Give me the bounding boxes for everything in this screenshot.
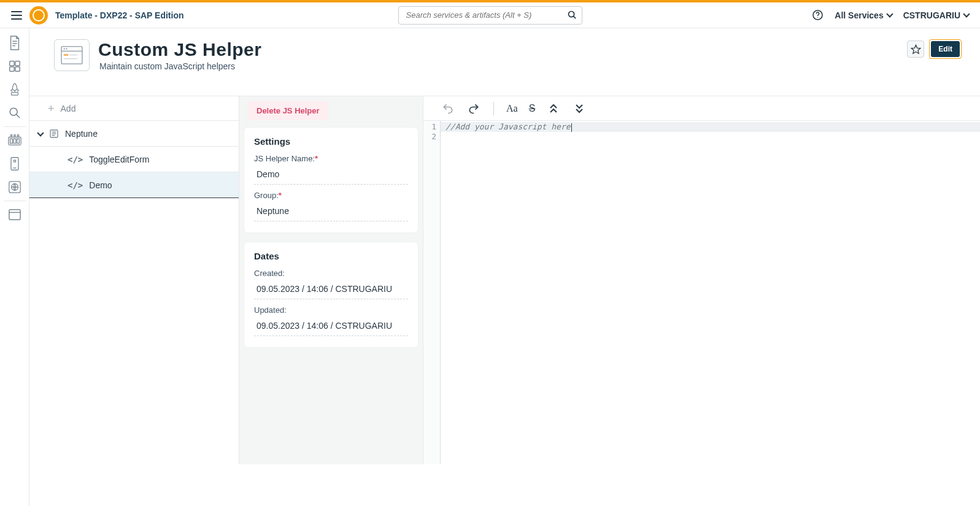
chevron-down-icon	[963, 10, 970, 17]
tree-item-demo[interactable]: </> Demo	[29, 172, 239, 198]
svg-rect-17	[17, 139, 19, 143]
svg-point-19	[14, 134, 15, 136]
line-number: 2	[423, 132, 436, 142]
add-helper-button[interactable]: + Add	[29, 96, 239, 121]
svg-rect-32	[64, 54, 69, 56]
settings-card: Settings JS Helper Name:* Demo Group:* N…	[244, 128, 418, 232]
all-services-label: All Services	[835, 10, 883, 20]
svg-point-20	[17, 134, 19, 136]
item-label: Demo	[89, 180, 112, 190]
dates-card: Dates Created: 09.05.2023 / 14:06 / CSTR…	[244, 242, 418, 347]
code-line	[446, 132, 980, 142]
group-label: Neptune	[65, 129, 98, 139]
toolbar-separator	[493, 102, 494, 115]
svg-rect-9	[9, 67, 14, 71]
details-panel: Delete JS Helper Settings JS Helper Name…	[239, 96, 423, 464]
svg-point-22	[14, 160, 15, 162]
help-icon[interactable]	[811, 9, 824, 21]
svg-point-3	[817, 17, 818, 18]
code-line: //Add your Javascript here	[446, 122, 980, 132]
search-icon[interactable]	[567, 10, 577, 20]
name-value: Demo	[254, 166, 408, 185]
svg-rect-8	[15, 61, 19, 66]
brand-logo[interactable]	[29, 6, 48, 25]
text-caret	[571, 123, 572, 132]
rail-modules-icon[interactable]	[4, 129, 26, 151]
chevron-down-icon	[37, 129, 44, 136]
svg-rect-16	[14, 139, 16, 143]
menu-icon[interactable]	[11, 11, 22, 20]
page-subtitle: Maintain custom JavaScript helpers	[99, 61, 261, 71]
strikethrough-icon[interactable]: S	[529, 101, 536, 116]
group-label: Group:*	[254, 191, 408, 200]
search-input[interactable]	[398, 6, 582, 25]
edit-button[interactable]: Edit	[931, 41, 960, 57]
username-label: CSTRUGARIU	[903, 10, 960, 20]
svg-rect-10	[15, 67, 19, 71]
updated-value: 09.05.2023 / 14:06 / CSTRUGARIU	[254, 317, 408, 336]
created-label: Created:	[254, 269, 408, 278]
list-icon	[49, 129, 59, 139]
item-label: ToggleEditForm	[89, 155, 149, 164]
helper-tree-panel: + Add Neptune </> ToggleEditForm </>	[29, 96, 239, 464]
workspace: + Add Neptune </> ToggleEditForm </>	[29, 96, 980, 464]
code-area[interactable]: //Add your Javascript here	[441, 121, 980, 464]
svg-line-13	[16, 115, 20, 118]
page-header-icon	[54, 39, 90, 71]
tree-group-neptune[interactable]: Neptune	[29, 121, 239, 147]
rail-document-icon[interactable]	[4, 32, 26, 54]
required-mark: *	[279, 191, 282, 200]
template-label[interactable]: Template - DXP22 - SAP Edition	[55, 10, 184, 20]
editor-body[interactable]: 1 2 //Add your Javascript here	[423, 121, 980, 464]
tree-item-toggleeditform[interactable]: </> ToggleEditForm	[29, 147, 239, 172]
editor-toolbar: Aa S	[423, 96, 980, 121]
required-mark: *	[315, 154, 318, 163]
expand-down-icon[interactable]	[572, 101, 587, 116]
redo-icon[interactable]	[466, 101, 481, 116]
svg-marker-35	[911, 45, 920, 53]
edit-button-highlight: Edit	[929, 39, 962, 59]
global-header: Template - DXP22 - SAP Edition All Servi…	[0, 2, 980, 28]
svg-point-12	[10, 108, 17, 115]
font-icon[interactable]: Aa	[506, 101, 518, 116]
code-icon: </>	[68, 180, 83, 190]
rail-globe-icon[interactable]	[4, 176, 26, 198]
undo-icon[interactable]	[441, 101, 455, 116]
svg-point-18	[10, 134, 12, 136]
user-menu[interactable]: CSTRUGARIU	[903, 10, 969, 20]
rail-search-icon[interactable]	[4, 102, 26, 124]
updated-label: Updated:	[254, 305, 408, 315]
created-value: 09.05.2023 / 14:06 / CSTRUGARIU	[254, 280, 408, 299]
page-title: Custom JS Helper	[98, 39, 261, 60]
svg-point-31	[66, 48, 67, 50]
svg-point-30	[64, 48, 65, 50]
collapse-up-icon[interactable]	[546, 101, 561, 116]
rail-window-icon[interactable]	[4, 204, 26, 226]
left-nav-rail	[0, 28, 29, 506]
name-label: JS Helper Name:*	[254, 154, 408, 163]
dates-heading: Dates	[254, 251, 408, 261]
plus-icon: +	[48, 103, 55, 114]
code-editor-panel: Aa S 1 2 //Add your Javascript here	[423, 96, 980, 464]
svg-rect-11	[11, 93, 18, 96]
svg-rect-7	[9, 61, 14, 66]
rail-rocket-icon[interactable]	[4, 79, 26, 101]
line-number: 1	[423, 122, 436, 132]
settings-heading: Settings	[254, 136, 408, 147]
chevron-down-icon	[886, 10, 893, 17]
rail-separator	[4, 126, 26, 127]
delete-helper-button[interactable]: Delete JS Helper	[248, 101, 328, 120]
rail-apps-icon[interactable]	[4, 55, 26, 77]
rail-device-icon[interactable]	[4, 153, 26, 175]
svg-rect-15	[10, 139, 12, 143]
svg-point-0	[568, 11, 574, 17]
all-services-dropdown[interactable]: All Services	[835, 10, 892, 20]
group-value: Neptune	[254, 202, 408, 221]
svg-line-1	[573, 16, 576, 18]
line-gutter: 1 2	[423, 121, 441, 464]
favorite-button[interactable]	[907, 40, 924, 58]
rail-separator	[4, 201, 26, 201]
code-icon: </>	[68, 155, 83, 164]
svg-rect-26	[9, 210, 20, 220]
global-search	[398, 6, 582, 25]
